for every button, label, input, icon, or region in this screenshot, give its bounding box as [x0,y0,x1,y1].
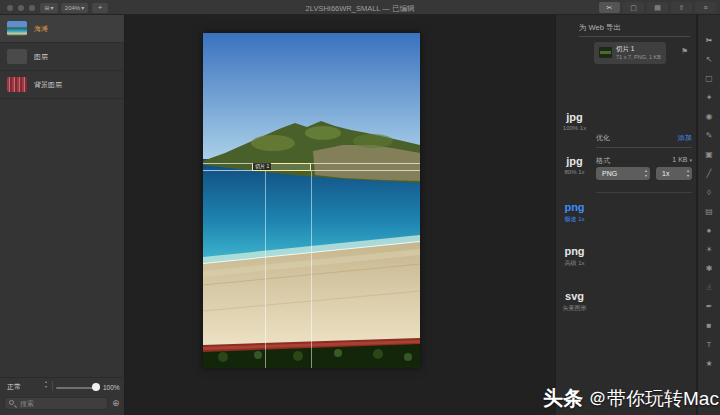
slice-guide-vertical [311,171,312,368]
sharpen-tool-icon[interactable]: ☀ [705,246,712,254]
format-option-png-fast[interactable]: png 极速 1x [555,202,594,224]
share-icon: ⇧ [679,4,685,12]
size-value: 1 KB [672,156,687,163]
format-sub: 矢量图形 [555,304,594,313]
export-settings-button[interactable]: ≡ [695,2,716,13]
view-options-button[interactable]: ⊞▾ [40,3,58,13]
format-option-jpg-100[interactable]: jpg 100% 1x [555,112,594,131]
stepper-icon: ▴▾ [645,169,647,178]
close-button[interactable] [7,5,13,11]
layer-row-background[interactable]: 背景图层 [0,71,124,99]
move-tool-icon[interactable]: ↖ [706,56,713,64]
add-optimization-link[interactable]: 添加 [678,133,692,143]
format-name: svg [555,291,594,302]
layer-thumbnail [7,21,27,36]
pen-tool-icon[interactable]: ✒ [706,303,713,311]
type-tool-icon[interactable]: T [707,341,712,349]
crop-button[interactable]: ▢ [623,2,644,13]
format-select[interactable]: PNG ▴▾ [596,167,650,180]
zoom-window-button[interactable] [29,5,35,11]
slice-badge: 切片 1 [253,163,271,170]
blend-mode-select[interactable]: 正常 [7,382,21,392]
titlebar: ⊞▾ 204%▾ + 2LVSHI66WR_SMALL — 已编辑 ✂ ▢ ▤ … [0,0,720,15]
format-option-jpg-80[interactable]: jpg 80% 1x [555,156,594,175]
chevron-down-icon: ▾ [689,157,692,163]
layer-row-beach[interactable]: 海滩 [0,15,124,43]
slice-tool-icon[interactable]: ✂ [706,37,713,45]
estimated-size[interactable]: 1 KB▾ [672,156,692,163]
export-toolbar: ✂ ▢ ▤ ⇧ ≡ [599,2,716,13]
stepper-icon: ▴▾ [687,169,689,178]
search-icon [9,400,14,405]
chevron-down-icon: ▾ [51,4,54,11]
opacity-slider-knob[interactable] [92,383,100,391]
watermark-brand: 头条 [543,385,583,412]
chevron-down-icon: ▾ [81,4,84,11]
blend-mode-stepper-icon[interactable]: ▴▾ [42,380,50,389]
divider [52,381,53,391]
layer-label: 海滩 [34,24,48,34]
brush-tool-icon[interactable]: ╱ [707,170,712,178]
format-name: jpg [555,112,594,123]
eraser-tool-icon[interactable]: ◊ [707,189,711,197]
slice-guide-horizontal [203,163,420,164]
divider [596,192,692,193]
format-sub: 100% 1x [555,125,594,131]
export-panel-title: 为 Web 导出 [579,23,621,33]
format-sub: 高级 1x [555,259,594,268]
smudge-tool-icon[interactable]: ✱ [706,265,713,273]
tool-strip: ✂ ↖ ▢ ✦ ◉ ✎ ▣ ╱ ◊ ▤ ● ☀ ✱ ☝ ✒ ■ T ★ [697,15,720,415]
format-sub: 极速 1x [555,215,594,224]
slice-guide-vertical [265,171,266,368]
format-option-svg[interactable]: svg 矢量图形 [555,291,594,313]
layer-thumbnail [7,77,27,92]
divider [579,36,690,37]
pencil-tool-icon[interactable]: ✎ [706,132,713,140]
divider [0,377,125,378]
slice-tool-button[interactable]: ✂ [599,2,620,13]
warp-tool-icon[interactable]: ☝ [707,284,712,292]
marquee-tool-icon[interactable]: ▢ [705,75,713,83]
format-sub: 80% 1x [555,169,594,175]
sliders-icon: ≡ [703,4,707,11]
optimize-label: 优化 [596,133,610,143]
layers-sidebar: 海滩 图层 背景图层 [0,15,125,415]
magic-wand-tool-icon[interactable]: ✦ [706,94,713,102]
filter-button[interactable]: ⊕ [112,398,120,409]
crop-icon: ▢ [630,4,637,12]
document-button[interactable]: ▤ [647,2,668,13]
grid-icon: ⊞ [44,4,49,11]
format-name: jpg [555,156,594,167]
effects-tool-icon[interactable]: ★ [705,360,712,368]
stepper-down-icon: ▾ [645,174,647,179]
scale-select-value: 1x [662,170,669,177]
slice-thumbnail [599,47,612,58]
bucket-tool-icon[interactable]: ▣ [705,151,713,159]
search-input[interactable] [4,397,108,410]
pin-icon[interactable]: ⚑ [681,47,688,56]
quick-fill-tool-icon[interactable]: ◉ [706,113,713,121]
watermark: 头条 ＠带你玩转Mac [543,385,719,412]
opacity-value: 100% [103,384,120,391]
format-option-png-advanced[interactable]: png 高级 1x [555,246,594,268]
format-name: png [555,202,594,213]
layer-label: 背景图层 [34,80,62,90]
app-window: ⊞▾ 204%▾ + 2LVSHI66WR_SMALL — 已编辑 ✂ ▢ ▤ … [0,0,720,415]
watermark-handle: ＠带你玩转Mac [588,386,719,412]
blur-tool-icon[interactable]: ● [707,227,712,235]
add-slice-button[interactable]: + [92,3,108,13]
zoom-level-value: 204% [65,5,80,11]
minimize-button[interactable] [18,5,24,11]
canvas-photo[interactable]: 切片 1 [203,33,420,368]
shape-tool-icon[interactable]: ■ [707,322,712,330]
scissors-icon: ✂ [607,4,613,12]
scale-select[interactable]: 1x ▴▾ [656,167,692,180]
slice-name: 切片 1 [616,45,634,54]
clone-tool-icon[interactable]: ▤ [705,208,713,216]
share-button[interactable]: ⇧ [671,2,692,13]
format-select-value: PNG [602,170,617,177]
layer-row-layer[interactable]: 图层 [0,43,124,71]
stepper-down-icon: ▾ [687,174,689,179]
zoom-level-dropdown[interactable]: 204%▾ [61,3,88,13]
slice-meta: 71 x 7, PNG, 1 KB [616,54,661,60]
